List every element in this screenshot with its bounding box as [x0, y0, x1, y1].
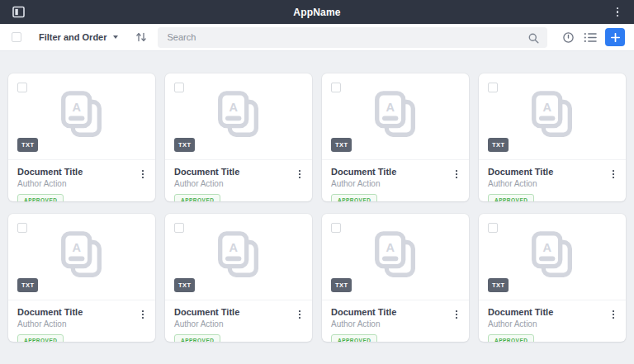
- document-card[interactable]: A TXT Document Title Author Action APPRO…: [165, 73, 312, 201]
- document-grid: A TXT Document Title Author Action APPRO…: [8, 73, 626, 342]
- card-thumbnail: A TXT: [479, 73, 626, 159]
- svg-text:A: A: [542, 101, 551, 114]
- card-info: Document Title Author Action APPROVED: [322, 159, 469, 201]
- toolbar: Filter and Order: [0, 24, 634, 51]
- document-copy-icon: A: [213, 229, 264, 284]
- document-copy-icon: A: [527, 89, 578, 144]
- card-kebab-menu-icon[interactable]: [608, 168, 618, 181]
- document-subtitle: Author Action: [17, 319, 146, 329]
- sort-arrows-icon[interactable]: [135, 31, 147, 43]
- document-title: Document Title: [331, 307, 460, 317]
- document-copy-icon: A: [370, 229, 421, 284]
- app-title: AppName: [0, 7, 634, 18]
- card-thumbnail: A TXT: [8, 73, 155, 159]
- file-type-badge: TXT: [331, 138, 352, 152]
- chevron-down-icon: [113, 35, 118, 39]
- svg-text:A: A: [386, 241, 395, 254]
- card-thumbnail: A TXT: [322, 214, 469, 300]
- document-card[interactable]: A TXT Document Title Author Action APPRO…: [8, 73, 155, 201]
- document-title: Document Title: [174, 307, 303, 317]
- document-card[interactable]: A TXT Document Title Author Action APPRO…: [322, 73, 469, 201]
- content-area: A TXT Document Title Author Action APPRO…: [0, 51, 634, 342]
- app-header: AppName: [0, 0, 634, 24]
- card-checkbox[interactable]: [17, 83, 27, 92]
- status-badge: APPROVED: [331, 334, 377, 342]
- card-kebab-menu-icon[interactable]: [452, 168, 461, 181]
- status-badge: APPROVED: [488, 194, 534, 201]
- status-badge: APPROVED: [488, 334, 534, 342]
- card-checkbox[interactable]: [488, 83, 498, 92]
- card-kebab-menu-icon[interactable]: [295, 308, 305, 321]
- card-checkbox[interactable]: [174, 83, 184, 92]
- filter-and-order-dropdown[interactable]: Filter and Order: [39, 32, 118, 42]
- add-plus-icon: [611, 33, 620, 42]
- card-info: Document Title Author Action APPROVED: [165, 300, 312, 342]
- card-info: Document Title Author Action APPROVED: [8, 159, 155, 201]
- card-info: Document Title Author Action APPROVED: [165, 159, 312, 201]
- card-kebab-menu-icon[interactable]: [452, 308, 461, 321]
- document-card[interactable]: A TXT Document Title Author Action APPRO…: [479, 214, 626, 342]
- add-button[interactable]: [605, 28, 625, 46]
- document-subtitle: Author Action: [331, 179, 460, 188]
- document-title: Document Title: [17, 307, 146, 317]
- document-title: Document Title: [488, 307, 617, 317]
- card-checkbox[interactable]: [331, 83, 341, 92]
- card-kebab-menu-icon[interactable]: [608, 308, 618, 321]
- document-copy-icon: A: [213, 89, 264, 144]
- status-badge: APPROVED: [17, 194, 64, 201]
- card-thumbnail: A TXT: [479, 214, 626, 300]
- document-title: Document Title: [17, 167, 146, 177]
- document-subtitle: Author Action: [174, 179, 303, 188]
- file-type-badge: TXT: [174, 278, 195, 292]
- document-subtitle: Author Action: [488, 319, 617, 329]
- document-subtitle: Author Action: [174, 319, 303, 329]
- document-title: Document Title: [174, 167, 303, 177]
- card-info: Document Title Author Action APPROVED: [8, 300, 155, 342]
- card-info: Document Title Author Action APPROVED: [322, 300, 469, 342]
- card-checkbox[interactable]: [17, 223, 27, 233]
- svg-text:A: A: [386, 101, 395, 114]
- status-badge: APPROVED: [174, 194, 220, 201]
- document-copy-icon: A: [527, 229, 578, 284]
- file-type-badge: TXT: [488, 138, 509, 152]
- list-view-icon[interactable]: [583, 30, 598, 45]
- document-copy-icon: A: [56, 229, 107, 284]
- file-type-badge: TXT: [17, 278, 38, 292]
- svg-text:A: A: [229, 241, 238, 254]
- file-type-badge: TXT: [17, 138, 38, 152]
- sidebar-toggle-icon[interactable]: [10, 4, 26, 21]
- filter-and-order-label: Filter and Order: [39, 32, 107, 42]
- card-checkbox[interactable]: [174, 223, 184, 233]
- status-badge: APPROVED: [331, 194, 377, 201]
- card-info: Document Title Author Action APPROVED: [479, 300, 626, 342]
- document-subtitle: Author Action: [488, 179, 617, 188]
- document-card[interactable]: A TXT Document Title Author Action APPRO…: [8, 214, 155, 342]
- document-title: Document Title: [331, 167, 460, 177]
- card-thumbnail: A TXT: [165, 73, 312, 159]
- svg-text:A: A: [542, 241, 551, 254]
- document-copy-icon: A: [370, 89, 421, 144]
- card-thumbnail: A TXT: [8, 214, 155, 300]
- document-card[interactable]: A TXT Document Title Author Action APPRO…: [479, 73, 626, 201]
- document-card[interactable]: A TXT Document Title Author Action APPRO…: [165, 214, 312, 342]
- file-type-badge: TXT: [174, 138, 195, 152]
- info-icon[interactable]: [561, 30, 575, 45]
- svg-text:A: A: [229, 101, 238, 114]
- document-card[interactable]: A TXT Document Title Author Action APPRO…: [322, 214, 469, 342]
- card-checkbox[interactable]: [488, 223, 498, 233]
- document-copy-icon: A: [56, 89, 107, 144]
- search-input[interactable]: [158, 27, 547, 48]
- search-box: [158, 27, 547, 48]
- card-kebab-menu-icon[interactable]: [138, 168, 148, 181]
- header-kebab-menu-icon[interactable]: [611, 4, 624, 21]
- select-all-checkbox[interactable]: [12, 32, 21, 42]
- document-subtitle: Author Action: [331, 319, 460, 329]
- document-subtitle: Author Action: [17, 179, 146, 188]
- card-kebab-menu-icon[interactable]: [295, 168, 305, 181]
- status-badge: APPROVED: [174, 334, 220, 342]
- status-badge: APPROVED: [17, 334, 64, 342]
- svg-text:A: A: [72, 101, 81, 114]
- file-type-badge: TXT: [331, 278, 352, 292]
- card-checkbox[interactable]: [331, 223, 341, 233]
- card-kebab-menu-icon[interactable]: [138, 308, 148, 321]
